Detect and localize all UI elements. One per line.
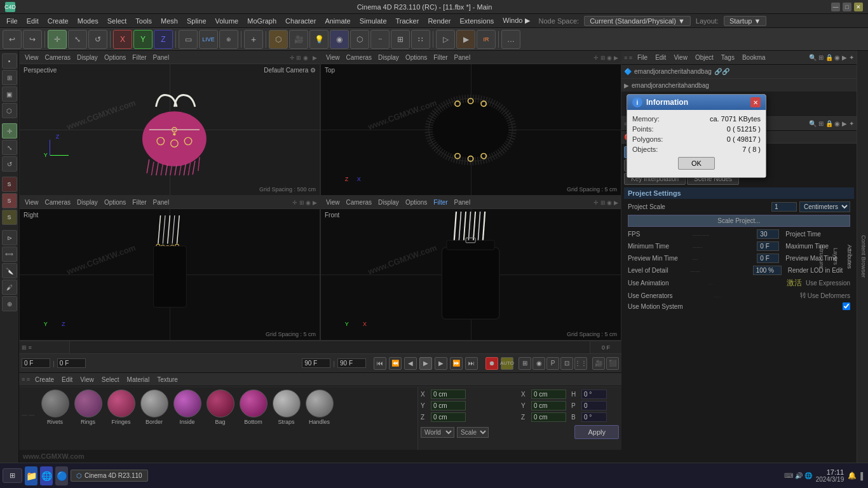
vp-menu-options-top[interactable]: Options: [403, 54, 430, 61]
obj-menu-edit[interactable]: Edit: [653, 54, 668, 61]
coord-world-select[interactable]: World Object: [421, 427, 454, 438]
viewport-perspective[interactable]: View Cameras Display Options Filter Pane…: [19, 51, 320, 196]
mat-straps[interactable]: Straps: [271, 390, 302, 425]
mat-rivets[interactable]: Rivets: [40, 390, 71, 425]
pb-play[interactable]: ▶: [419, 357, 432, 370]
minimize-button[interactable]: —: [831, 3, 840, 11]
coord-scale-select[interactable]: Scale: [457, 427, 489, 438]
vp-menu-display-top[interactable]: Display: [376, 54, 402, 61]
coord-x-input[interactable]: [431, 390, 466, 399]
scale-project-button[interactable]: Scale Project...: [628, 215, 850, 227]
toolbar-ir[interactable]: IR: [477, 30, 496, 49]
mat-bag[interactable]: Bag: [205, 390, 236, 425]
vp-menu-view-right[interactable]: View: [22, 199, 41, 206]
attr-fps-input[interactable]: [757, 229, 779, 239]
menu-tools[interactable]: Tools: [132, 16, 156, 26]
pb-extra1[interactable]: ⊞: [519, 357, 531, 370]
left-icon-polys[interactable]: ▣: [2, 86, 17, 102]
vtab-content-browser[interactable]: Content Browser: [859, 233, 868, 280]
taskbar-chrome[interactable]: 🔵: [55, 466, 68, 485]
coord-y-input[interactable]: [431, 401, 466, 410]
obj-menu-view[interactable]: View: [671, 54, 690, 61]
toolbar-spline-t[interactable]: ～: [370, 30, 390, 49]
attr-lod-input[interactable]: [753, 266, 782, 275]
obj-menu-object[interactable]: Object: [693, 54, 716, 61]
left-icon-points[interactable]: •: [2, 53, 17, 69]
vp-menu-options-front[interactable]: Options: [403, 199, 430, 206]
menu-modes[interactable]: Modes: [74, 16, 102, 26]
toolbar-scale[interactable]: ⤡: [68, 30, 87, 49]
left-icon-rot[interactable]: ↺: [2, 156, 17, 172]
menu-render[interactable]: Render: [424, 16, 454, 26]
toolbar-live[interactable]: LIVE: [199, 30, 218, 49]
pb-auto-key[interactable]: AUTO: [501, 357, 513, 370]
vp-menu-filter-front[interactable]: Filter: [431, 199, 450, 206]
left-icon-spline[interactable]: ⊳: [2, 230, 17, 245]
pb-extra6[interactable]: 🎥: [592, 357, 605, 370]
attr-use-motion-checkbox[interactable]: [843, 302, 850, 310]
coord-b-input[interactable]: [581, 412, 607, 422]
pb-extra7[interactable]: ⬛: [606, 357, 619, 370]
vp-menu-view-top[interactable]: View: [323, 54, 342, 61]
left-icon-snap[interactable]: ⊕: [2, 296, 17, 311]
toolbar-snap[interactable]: ⊕: [219, 30, 238, 49]
close-button[interactable]: ✕: [854, 3, 863, 11]
obj-row-1[interactable]: ▶emandjorancheritahandbag: [621, 79, 857, 92]
taskbar-c4d-item[interactable]: ⬡ Cinema 4D R23.110: [71, 470, 148, 482]
info-ok-button[interactable]: OK: [678, 157, 715, 170]
menu-edit[interactable]: Edit: [23, 16, 43, 26]
toolbar-rotate[interactable]: ↺: [88, 30, 107, 49]
info-close-button[interactable]: ✕: [750, 97, 761, 107]
toolbar-render-small[interactable]: ▷: [436, 30, 455, 49]
start-button[interactable]: ⊞: [3, 468, 22, 483]
layout-value[interactable]: Startup ▼: [724, 16, 766, 26]
vp-menu-panel-top[interactable]: Panel: [452, 54, 473, 61]
mat-bar-handle[interactable]: ≡ ≡: [22, 376, 30, 383]
pb-next-key[interactable]: ⏩: [450, 357, 463, 370]
attr-project-scale-unit[interactable]: Centimeters Meters Millimeters: [799, 201, 850, 212]
mat-handles[interactable]: Handles: [304, 390, 335, 425]
vp-menu-options-right[interactable]: Options: [102, 199, 128, 206]
toolbar-z-axis[interactable]: Z: [154, 30, 173, 49]
vp-menu-cameras-front[interactable]: Cameras: [344, 199, 375, 206]
left-icon-obj[interactable]: ⬡: [2, 103, 17, 118]
toolbar-y-axis[interactable]: Y: [133, 30, 153, 49]
vtab-structure[interactable]: Structure: [817, 243, 826, 271]
left-icon-edges[interactable]: ⊞: [2, 70, 17, 85]
pb-extra3[interactable]: P: [546, 357, 559, 370]
toolbar-render-big[interactable]: ▶: [456, 30, 475, 49]
obj-menu-file[interactable]: File: [635, 54, 650, 61]
menu-window[interactable]: Windo ▶: [499, 15, 533, 26]
apply-button[interactable]: Apply: [574, 425, 619, 439]
menu-mograph[interactable]: MoGraph: [243, 16, 280, 26]
menu-animate[interactable]: Animate: [321, 16, 354, 26]
mat-menu-edit[interactable]: Edit: [59, 376, 75, 383]
mat-menu-create[interactable]: Create: [32, 376, 57, 383]
pb-extra2[interactable]: ◉: [532, 357, 545, 370]
menu-simulate[interactable]: Simulate: [356, 16, 391, 26]
toolbar-more1[interactable]: …: [501, 30, 520, 49]
menu-extensions[interactable]: Extensions: [456, 16, 498, 26]
vp-menu-panel-persp[interactable]: Panel: [151, 54, 172, 61]
pb-next-frame[interactable]: ▶: [435, 357, 447, 370]
pb-goto-end[interactable]: ⏭: [465, 357, 478, 370]
vp-menu-cameras-top[interactable]: Cameras: [344, 54, 375, 61]
left-icon-knife[interactable]: 🔪: [2, 263, 17, 278]
vp-menu-options-persp[interactable]: Options: [102, 54, 128, 61]
left-icon-mirror[interactable]: ⟺: [2, 247, 17, 262]
vp-menu-panel-right[interactable]: Panel: [151, 199, 172, 206]
toolbar-cam-persp[interactable]: ⬡: [269, 30, 288, 49]
vp-menu-filter-persp[interactable]: Filter: [130, 54, 149, 61]
obj-mgr-handle[interactable]: ≡ ≡: [624, 55, 632, 61]
pb-prev-frame[interactable]: ◀: [404, 357, 417, 370]
obj-menu-tags[interactable]: Tags: [719, 54, 737, 61]
left-icon-move[interactable]: ✛: [2, 123, 17, 139]
vp-menu-view-front[interactable]: View: [323, 199, 342, 206]
coord-p-input[interactable]: [581, 401, 607, 410]
menu-create[interactable]: Create: [44, 16, 72, 26]
toolbar-undo[interactable]: ↩: [3, 30, 22, 49]
pb-extra5[interactable]: ⋮⋮: [574, 357, 587, 370]
vp-menu-panel-front[interactable]: Panel: [452, 199, 473, 206]
taskbar-file-manager[interactable]: 📁: [25, 466, 37, 485]
toolbar-x-axis[interactable]: X: [113, 30, 132, 49]
